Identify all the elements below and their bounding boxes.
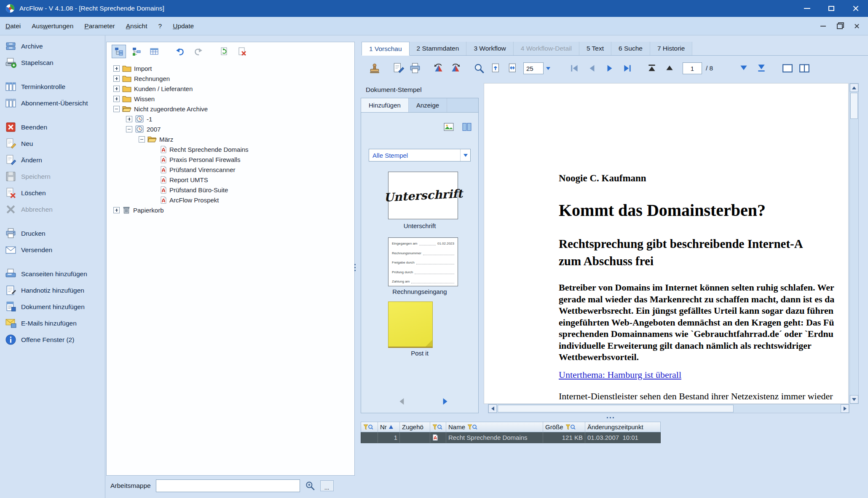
splitter-handle-vertical[interactable] bbox=[353, 264, 356, 271]
stamps-tab-anzeige[interactable]: Anzeige bbox=[409, 98, 447, 112]
collapse-icon[interactable] bbox=[126, 126, 132, 132]
first-page-button[interactable] bbox=[567, 62, 581, 75]
tree-item-rechnungen[interactable]: Rechnungen bbox=[107, 73, 354, 83]
next-page-button[interactable] bbox=[603, 62, 617, 75]
redo-button[interactable] bbox=[191, 45, 205, 58]
stamp-filter-select[interactable]: Alle Stempel bbox=[369, 149, 471, 162]
stamps-next-button[interactable] bbox=[439, 396, 451, 407]
tab-workflow[interactable]: 3 Workflow bbox=[466, 42, 513, 55]
stamps-tab-hinzufuegen[interactable]: Hinzufügen bbox=[361, 98, 409, 112]
browse-button[interactable]: ... bbox=[320, 480, 334, 491]
sidebar-item-neu[interactable]: Neu bbox=[0, 135, 105, 152]
sidebar-item-beenden[interactable]: Beenden bbox=[0, 119, 105, 135]
sidebar-item-drucken[interactable]: Drucken bbox=[0, 225, 105, 242]
expand-icon[interactable] bbox=[113, 86, 120, 92]
collapse-icon[interactable] bbox=[139, 136, 145, 143]
last-page-button[interactable] bbox=[620, 62, 635, 75]
mdi-close-button[interactable] bbox=[851, 21, 862, 31]
scroll-to-top-button[interactable] bbox=[645, 62, 659, 75]
refresh-document-button[interactable] bbox=[217, 45, 231, 58]
rotate-left-button[interactable] bbox=[431, 62, 446, 75]
tree-view-button[interactable] bbox=[112, 45, 126, 58]
zoom-button[interactable] bbox=[472, 62, 486, 75]
doc-link[interactable]: Unterthema: Hamburg ist überall bbox=[559, 370, 834, 380]
two-page-view-button[interactable] bbox=[797, 62, 812, 75]
scroll-right-arrow[interactable] bbox=[841, 404, 849, 413]
zoom-level-dropdown[interactable] bbox=[544, 62, 553, 74]
scroll-down-button[interactable] bbox=[737, 62, 751, 75]
tree-item-2007[interactable]: 2007 bbox=[107, 124, 354, 134]
tab-stammdaten[interactable]: 2 Stammdaten bbox=[410, 42, 467, 55]
undo-button[interactable] bbox=[173, 45, 188, 58]
columns-icon[interactable] bbox=[462, 123, 472, 131]
mdi-minimize-button[interactable] bbox=[817, 21, 828, 31]
stamp-button[interactable] bbox=[367, 62, 382, 75]
sidebar-item-abonnement[interactable]: Abonnement-Übersicht bbox=[0, 95, 105, 111]
stamp-filter-dropdown[interactable] bbox=[460, 149, 470, 161]
close-button[interactable] bbox=[844, 0, 868, 17]
grid-header-filter[interactable] bbox=[361, 422, 378, 432]
vertical-scroll-thumb[interactable] bbox=[850, 93, 858, 119]
maximize-button[interactable] bbox=[819, 0, 844, 17]
tree-item-wissen[interactable]: Wissen bbox=[107, 94, 354, 104]
fit-width-button[interactable] bbox=[506, 62, 520, 75]
horizontal-scroll-thumb[interactable] bbox=[498, 405, 734, 412]
workfolder-input[interactable] bbox=[156, 479, 300, 492]
single-page-view-button[interactable] bbox=[780, 62, 795, 75]
collapse-icon[interactable] bbox=[113, 106, 120, 112]
sidebar-item-dokument[interactable]: Dokument hinzufügen bbox=[0, 299, 105, 315]
tree-item-papierkorb[interactable]: Papierkorb bbox=[107, 205, 354, 215]
remove-document-button[interactable] bbox=[235, 45, 249, 58]
table-view-button[interactable] bbox=[147, 45, 161, 58]
sidebar-item-archive[interactable]: Archive bbox=[0, 38, 105, 54]
sidebar-item-offene-fenster[interactable]: Offene Fenster (2) bbox=[0, 331, 105, 348]
stamps-prev-button[interactable] bbox=[396, 396, 408, 407]
sidebar-item-speichern[interactable]: Speichern bbox=[0, 168, 105, 185]
grid-header-aenderungszeitpunkt[interactable]: Änderungszeitpunkt bbox=[585, 422, 660, 432]
prev-page-button[interactable] bbox=[585, 62, 599, 75]
grid-header-groesse[interactable]: Größe bbox=[543, 422, 585, 432]
tree-view-alt-button[interactable] bbox=[129, 45, 144, 58]
menu-auswertungen[interactable]: Auswertungen bbox=[26, 22, 79, 30]
tab-workflow-detail[interactable]: 4 Workflow-Detail bbox=[514, 42, 579, 55]
scroll-up-arrow[interactable] bbox=[850, 83, 858, 92]
expand-icon[interactable] bbox=[113, 96, 120, 102]
sidebar-item-terminkontrolle[interactable]: Terminkontrolle bbox=[0, 78, 105, 95]
tree-item-maerz[interactable]: März bbox=[107, 134, 354, 144]
splitter-handle-horizontal[interactable] bbox=[361, 415, 860, 420]
tree-item-pruefstand-buero-suite[interactable]: Prüfstand Büro-Suite bbox=[107, 185, 354, 195]
expand-icon[interactable] bbox=[113, 65, 120, 72]
expand-icon[interactable] bbox=[113, 207, 120, 213]
grid-header-type-filter[interactable] bbox=[430, 422, 446, 432]
print-button[interactable] bbox=[408, 62, 422, 75]
sidebar-item-aendern[interactable]: Ändern bbox=[0, 152, 105, 168]
edit-annotation-button[interactable] bbox=[391, 62, 405, 75]
tab-text[interactable]: 5 Text bbox=[579, 42, 611, 55]
menu-parameter[interactable]: Parameter bbox=[79, 22, 120, 30]
grid-row-selected[interactable]: 1 Recht Sprechende Domains 121 KB 01.03.… bbox=[361, 432, 661, 443]
scroll-down-arrow[interactable] bbox=[850, 395, 858, 404]
scroll-up-button[interactable] bbox=[662, 62, 677, 75]
minimize-button[interactable] bbox=[795, 0, 819, 17]
menu-datei[interactable]: Datei bbox=[0, 22, 26, 30]
tab-vorschau[interactable]: 1 Vorschau bbox=[362, 42, 410, 56]
menu-update[interactable]: Update bbox=[167, 22, 199, 30]
sidebar-item-loeschen[interactable]: Löschen bbox=[0, 185, 105, 201]
image-icon[interactable] bbox=[444, 123, 454, 131]
zoom-plus-icon[interactable] bbox=[305, 481, 315, 491]
sidebar-item-abbrechen[interactable]: Abbrechen bbox=[0, 201, 105, 218]
tree-item-import[interactable]: Import bbox=[107, 63, 354, 73]
sidebar-item-handnotiz[interactable]: Handnotiz hinzufügen bbox=[0, 282, 105, 299]
tree-item-nicht-zugeordnete-archive[interactable]: Nicht zugeordnete Archive bbox=[107, 104, 354, 114]
tree-item-report-umts[interactable]: Report UMTS bbox=[107, 175, 354, 185]
tree-item-pruefstand-virenscanner[interactable]: Prüfstand Virenscanner bbox=[107, 164, 354, 175]
stamp-post-it[interactable] bbox=[388, 301, 433, 348]
expand-icon[interactable] bbox=[113, 75, 120, 82]
tree-item-kunden-lieferanten[interactable]: Kunden / Lieferanten bbox=[107, 83, 354, 94]
stamp-rechnungseingang[interactable]: Eingegangen am01.02.2023 Rechnungsnummer… bbox=[388, 237, 458, 286]
scroll-left-arrow[interactable] bbox=[488, 404, 497, 413]
tab-suche[interactable]: 6 Suche bbox=[611, 42, 650, 55]
sidebar-item-emails[interactable]: E-Mails hinzufügen bbox=[0, 315, 105, 331]
rotate-right-button[interactable] bbox=[448, 62, 463, 75]
stamp-unterschrift[interactable]: Unterschrift bbox=[388, 172, 458, 219]
